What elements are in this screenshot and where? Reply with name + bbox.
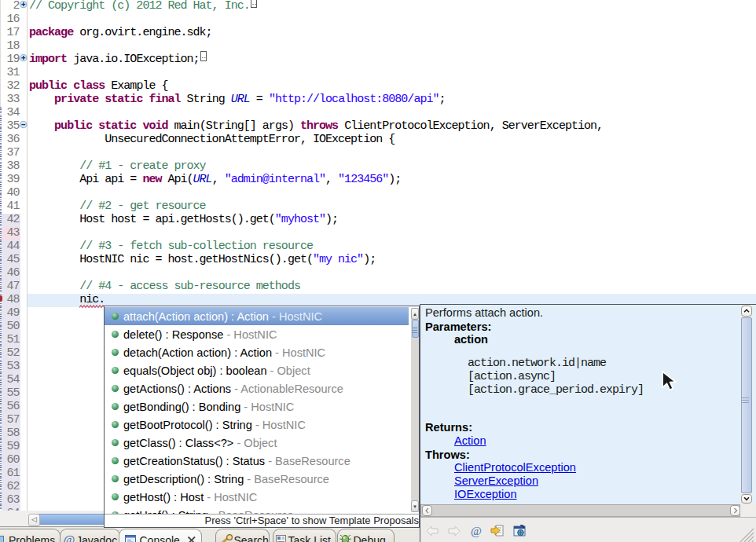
svg-text:@: @ xyxy=(471,525,482,537)
